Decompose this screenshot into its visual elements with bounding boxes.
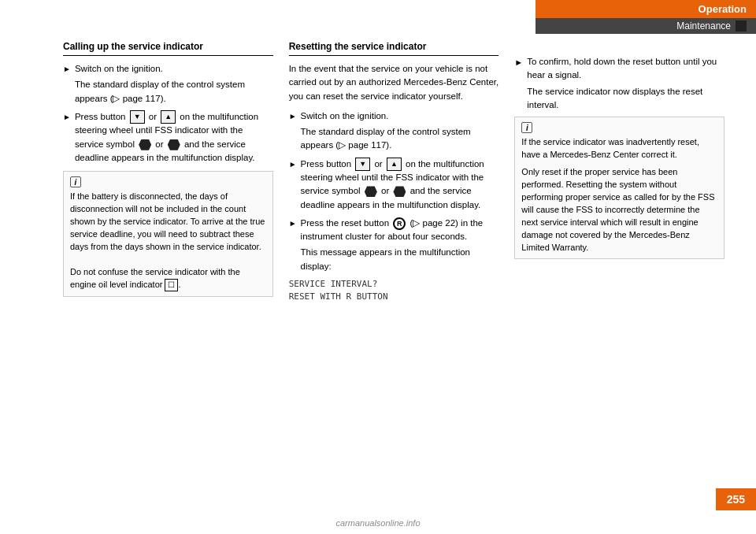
bullet-sub-right-1: The service indicator now displays the r… — [527, 85, 724, 113]
bullet-mid-2: ► Press button ▼ or ▲ on the multifuncti… — [289, 158, 499, 212]
bullet-mid-3: ► Press the reset button R (▷ page 22) i… — [289, 217, 499, 273]
col-calling-up: Calling up the service indicator ► Switc… — [63, 39, 273, 487]
maintenance-bar: Maintenance — [536, 18, 756, 34]
info-icon-left: i — [70, 176, 81, 187]
info-text-left: If the battery is disconnected, the days… — [70, 191, 266, 291]
bullet-text-mid-1: Switch on the ignition. The standard dis… — [301, 109, 499, 153]
bullet-mid-1: ► Switch on the ignition. The standard d… — [289, 109, 499, 153]
bullet-text-1: Switch on the ignition. The standard dis… — [75, 62, 273, 106]
bullet-right-1: ► To confirm, hold down the reset button… — [514, 55, 724, 112]
header-area: Operation Maintenance — [536, 0, 756, 34]
service-symbol-1 — [139, 139, 151, 150]
col-right: ► To confirm, hold down the reset button… — [514, 39, 724, 487]
content-area: Calling up the service indicator ► Switc… — [63, 39, 724, 487]
reset-btn-icon: R — [393, 217, 406, 230]
info-box-left: i If the battery is disconnected, the da… — [63, 171, 273, 297]
bullet-arrow-2: ► — [63, 111, 71, 123]
bullet-item-1: ► Switch on the ignition. The standard d… — [63, 62, 273, 106]
intro-text: In the event that the service on your ve… — [289, 62, 499, 103]
bullet-sub-1: The standard display of the control syst… — [75, 78, 273, 106]
info-text-right-2: Only reset if the proper service has bee… — [521, 166, 717, 254]
bullet-sub-mid-3: This message appears in the multifunctio… — [301, 246, 499, 273]
maintenance-label: Maintenance — [676, 20, 731, 32]
watermark: carmanualsonline.info — [335, 518, 420, 528]
service-symbol-mid-1 — [365, 186, 377, 197]
bullet-arrow-1: ► — [63, 63, 71, 75]
oil-icon: ☐ — [165, 279, 178, 292]
section-title-resetting: Resetting the service indicator — [289, 39, 499, 56]
bullet-item-2: ► Press button ▼ or ▲ on the multifuncti… — [63, 110, 273, 165]
operation-label: Operation — [699, 3, 747, 15]
service-symbol-2 — [168, 139, 180, 150]
btn-icon-down: ▼ — [130, 110, 145, 124]
btn-icon-mid-up: ▲ — [387, 158, 402, 172]
rarrow-1: ► — [514, 56, 523, 69]
bullet-arrow-mid-2: ► — [289, 158, 297, 170]
monospace-line-1: SERVICE INTERVAL? — [289, 278, 499, 291]
bullet-arrow-mid-1: ► — [289, 110, 297, 122]
bullet-text-right-1: To confirm, hold down the reset button u… — [527, 55, 724, 112]
section-title-calling: Calling up the service indicator — [63, 39, 273, 56]
page-number: 255 — [716, 488, 756, 510]
btn-icon-mid-down: ▼ — [355, 158, 370, 172]
bullet-arrow-mid-3: ► — [289, 217, 297, 229]
info-icon-right: i — [521, 122, 532, 133]
bullet-sub-mid-1: The standard display of the control syst… — [301, 125, 499, 153]
info-text-right-1: If the service indicator was inadvertent… — [521, 136, 717, 161]
operation-bar: Operation — [536, 0, 756, 18]
info-box-right: i If the service indicator was inadverte… — [514, 117, 724, 259]
monospace-line-2: RESET WITH R BUTTON — [289, 291, 499, 304]
service-symbol-mid-2 — [393, 186, 406, 197]
col-resetting: Resetting the service indicator In the e… — [289, 39, 499, 487]
monospace-block: SERVICE INTERVAL? RESET WITH R BUTTON — [289, 278, 499, 304]
btn-icon-up: ▲ — [161, 110, 176, 124]
maintenance-icon — [736, 20, 747, 32]
bullet-text-mid-2: Press button ▼ or ▲ on the multifunction… — [301, 158, 499, 212]
bullet-text-mid-3: Press the reset button R (▷ page 22) in … — [301, 217, 499, 273]
bullet-text-2: Press button ▼ or ▲ on the multifunction… — [75, 110, 273, 165]
